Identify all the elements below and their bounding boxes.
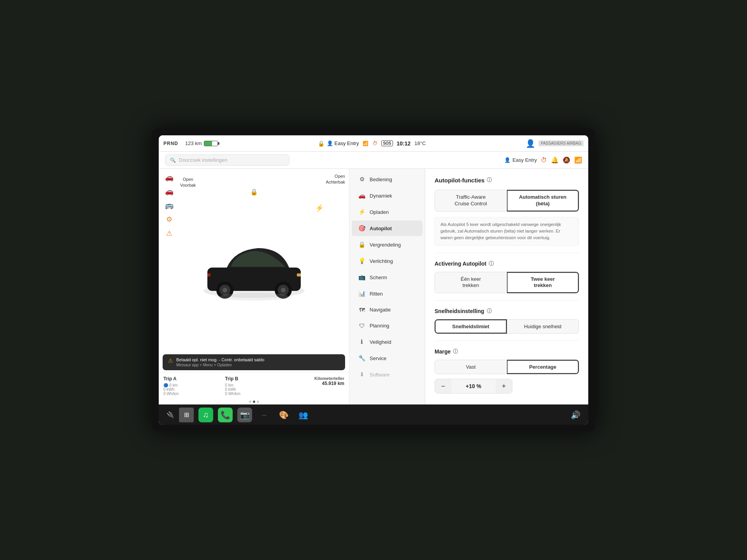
opladen-label: Opladen — [370, 209, 389, 215]
snelheidslimiet-btn[interactable]: Snelheidslimiet — [435, 319, 507, 334]
nav-item-ritten[interactable]: 📊 Ritten — [352, 286, 423, 301]
navigatie-icon: 🗺 — [358, 306, 366, 313]
vergrendeling-icon: 🔒 — [358, 241, 366, 248]
activering-group: Één keertrekken Twee keertrekken — [435, 272, 579, 294]
nav-item-opladen[interactable]: ⚡ Opladen — [352, 204, 423, 220]
dot-3 — [257, 401, 259, 403]
status-right: 👤 PASSAGIERS AIRBAG — [526, 139, 584, 148]
stepper-plus-btn[interactable]: + — [496, 379, 512, 393]
nav-item-navigatie[interactable]: 🗺 Navigatie — [352, 302, 423, 317]
nav-item-service[interactable]: 🔧 Service — [352, 350, 423, 366]
nav-item-veiligheid[interactable]: ℹ Veiligheid — [352, 334, 423, 350]
nav-item-dynamiek[interactable]: 🚗 Dynamiek — [352, 188, 423, 203]
nav-item-vergrendeling[interactable]: 🔒 Vergrendeling — [352, 237, 423, 252]
temperature-display: 18°C — [414, 140, 426, 146]
wifi-icon: 📶 — [363, 141, 368, 146]
header2-user: 👤 Easy Entry — [504, 157, 537, 163]
taskbar-spotify-btn[interactable]: ♫ — [198, 408, 213, 422]
planning-label: Planning — [370, 323, 389, 329]
taskbar-left: 🔌 — [167, 411, 174, 418]
veiligheid-icon: ℹ — [358, 338, 366, 345]
km-value: 45.919 km — [287, 381, 344, 386]
nav-item-autopilot[interactable]: 🎯 Autopilot — [352, 220, 423, 236]
header2-timer-icon[interactable]: ⏱ — [541, 157, 547, 164]
activering-info-icon[interactable]: ⓘ — [489, 260, 494, 267]
km-block: Kilometerteller 45.919 km — [287, 376, 344, 396]
activering-label: Activering Autopilot — [435, 261, 486, 267]
marge-group: Vast Percentage — [435, 360, 579, 374]
twee-keer-btn[interactable]: Twee keertrekken — [507, 272, 579, 294]
taskbar-dots-btn[interactable]: ··· — [257, 408, 272, 422]
easy-entry-label: Easy Entry — [335, 140, 359, 146]
taskbar-charging-icon: 🔌 — [167, 411, 174, 418]
battery-display: 123 km — [185, 140, 218, 146]
header2-mute-icon[interactable]: 🔕 — [563, 156, 570, 164]
snelheid-title: Snelheidsinstelling ⓘ — [435, 308, 579, 315]
taskbar-apps-btn[interactable]: 👥 — [296, 408, 310, 422]
header2-right: 👤 Easy Entry ⏱ 🔔 🔕 📶 — [504, 156, 582, 164]
header2-user-icon: 👤 — [504, 157, 510, 163]
lock-icon: 🔒 — [318, 140, 324, 147]
status-center: 📶 ⏱ SOS 10:12 18°C — [363, 140, 426, 147]
marge-info-icon[interactable]: ⓘ — [453, 348, 458, 355]
trip-a-km: 🔵 0 km — [163, 383, 221, 387]
car-svg — [196, 229, 312, 306]
marge-title: Marge ⓘ — [435, 348, 579, 355]
ritten-label: Ritten — [370, 291, 383, 297]
trip-a-km-icon: 🔵 — [163, 383, 168, 387]
timer-icon: ⏱ — [372, 140, 377, 146]
open-voorbak-label: Open Voorbak — [180, 177, 196, 189]
snelheid-label: Snelheidsinstelling — [435, 308, 484, 314]
autopilot-functies-label: Autopilot-functies — [435, 177, 484, 184]
km-label: Kilometerteller — [287, 376, 344, 381]
divider-1 — [435, 253, 579, 253]
bediening-icon: ⚙ — [358, 176, 366, 183]
dot-1 — [249, 401, 251, 403]
taskbar-camera-btn[interactable]: 📷 — [237, 408, 252, 422]
divider-3 — [435, 341, 579, 341]
huidige-snelheid-btn[interactable]: Huidige snelheid — [507, 319, 579, 334]
nav-item-planning[interactable]: 🛡 Planning — [352, 318, 423, 333]
snelheid-info-icon[interactable]: ⓘ — [487, 308, 492, 315]
charging-bolt-icon: ⚡ — [315, 204, 324, 212]
car-lock-icon: 🔒 — [250, 188, 258, 196]
traffic-aware-btn[interactable]: Traffic-AwareCruise Control — [435, 190, 507, 212]
search-placeholder: Doorzoek instellingen — [179, 157, 227, 163]
nav-item-scherm[interactable]: 📺 Scherm — [352, 270, 423, 285]
trip-a-block: Trip A 🔵 0 km 0 kWh 0 Wh/km — [163, 376, 221, 396]
autopilot-info-icon[interactable]: ⓘ — [487, 177, 492, 184]
header2-bell-icon[interactable]: 🔔 — [551, 156, 559, 164]
header2-signal-icon[interactable]: 📶 — [574, 156, 582, 164]
search-box[interactable]: 🔍 Doorzoek instellingen — [165, 154, 289, 166]
taskbar-windows-btn[interactable]: ⊞ — [179, 408, 194, 422]
nav-item-software[interactable]: ⬇ Software — [352, 367, 423, 382]
software-label: Software — [370, 372, 389, 378]
svg-point-10 — [219, 293, 289, 301]
bediening-label: Bediening — [370, 177, 392, 182]
nav-item-bediening[interactable]: ⚙ Bediening — [352, 172, 423, 187]
een-keer-btn[interactable]: Één keertrekken — [435, 272, 507, 294]
clock-display: 10:12 — [397, 140, 411, 147]
trip-a-label: Trip A — [163, 376, 221, 382]
sos-badge: SOS — [381, 140, 393, 146]
trip-a-wkm: 0 Wh/km — [163, 392, 221, 396]
taskbar-phone-btn[interactable]: 📞 — [218, 408, 233, 422]
verlichting-label: Verlichting — [370, 258, 393, 264]
taskbar-colors-btn[interactable]: 🎨 — [276, 408, 291, 422]
stepper-value: +10 % — [451, 383, 496, 389]
vast-btn[interactable]: Vast — [435, 360, 507, 374]
taskbar-volume-btn[interactable]: 🔊 — [571, 410, 580, 420]
trip-b-wkm: 0 Wh/km — [225, 392, 282, 396]
opladen-icon: ⚡ — [358, 208, 366, 215]
trip-b-km: 0 km — [225, 383, 282, 387]
battery-km: 123 km — [185, 140, 202, 146]
stepper-minus-btn[interactable]: − — [435, 379, 451, 393]
header2-user-label: Easy Entry — [512, 157, 537, 163]
nav-item-verlichting[interactable]: 💡 Verlichting — [352, 253, 423, 269]
percentage-btn[interactable]: Percentage — [507, 360, 579, 374]
autopilot-mode-group: Traffic-AwareCruise Control Automatisch … — [435, 190, 579, 212]
divider-2 — [435, 300, 579, 301]
auto-sturen-btn[interactable]: Automatisch sturen (bèta) — [507, 190, 579, 212]
software-icon: ⬇ — [358, 371, 366, 378]
nav-panel: ⚙ Bediening 🚗 Dynamiek ⚡ Opladen 🎯 Autop… — [349, 169, 425, 404]
